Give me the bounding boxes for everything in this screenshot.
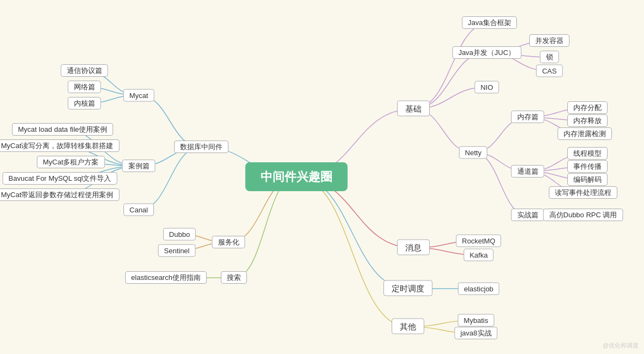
grandchild-wangluo: 网络篇 — [68, 82, 101, 92]
child-sentinel: Sentinel — [158, 247, 196, 255]
branch-dingshi: 定时调度 — [383, 284, 432, 294]
branch-shujuku: 数据库中间件 — [174, 142, 228, 152]
branch-qita: 其他 — [392, 322, 424, 332]
child-nio: NIO — [474, 83, 499, 91]
center-node: 中间件兴趣圈 — [245, 169, 348, 185]
child-netty: Netty — [459, 149, 487, 157]
branch-jichu: 基础 — [397, 104, 430, 114]
grandchild-neicun: 内存篇 — [511, 112, 544, 122]
grandchild-neihe: 内核篇 — [68, 99, 101, 108]
child-dubbo: Dubbo — [163, 230, 196, 239]
child-anli: 案例篇 — [122, 161, 156, 171]
ggchild-neicunfenpei: 内存分配 — [567, 103, 608, 113]
branch-sousuo: 搜索 — [221, 273, 247, 283]
ggchild-bianmajiema: 编码解码 — [567, 175, 608, 185]
branch-fuwuhua: 服务化 — [212, 237, 245, 247]
watermark-text: @优化和调度 — [603, 341, 639, 350]
grandchild-a5: MyCat带返回参数存储过程使用案例 — [0, 190, 119, 200]
ggchild-neicunshifang: 内存释放 — [567, 116, 608, 126]
child-java8: java8实战 — [454, 328, 497, 338]
child-java_jicheng: Java集合框架 — [462, 18, 517, 28]
child-mycat: Mycat — [123, 91, 154, 100]
child-rocketmq: RocketMQ — [456, 237, 501, 245]
child-java_bingfa: Java并发（JUC） — [453, 48, 522, 58]
grandchild-shizhan: 实战篇 — [511, 210, 544, 220]
grandchild-a1: Mycat load data file使用案例 — [12, 125, 113, 135]
grandchild-tongxin: 通信协议篇 — [61, 66, 108, 76]
child-elastic: elasticsearch使用指南 — [125, 273, 207, 283]
child-kafka: Kafka — [463, 251, 493, 259]
grandchild-a3: MyCat多租户方案 — [37, 157, 105, 167]
ggchild-shijianChuanbo: 事件传播 — [567, 162, 608, 172]
ggchild-duxieshijian: 读写事件处理流程 — [549, 188, 617, 198]
child-mybatis: Mybatis — [458, 316, 494, 325]
child-elasticjob: elasticjob — [458, 285, 499, 293]
grandchild-a2: MyCat读写分离，故障转移集群搭建 — [0, 141, 119, 151]
grandchild-a4: Bavucat For MySQL sql文件导入 — [3, 174, 117, 184]
branch-xiaoxi: 消息 — [397, 243, 430, 253]
grandchild-cas: CAS — [536, 67, 563, 75]
grandchild-bingfaqi: 并发容器 — [529, 36, 569, 46]
child-canal: Canal — [123, 206, 154, 214]
ggchild-neicunxielou: 内存泄露检测 — [558, 129, 612, 139]
ggchild-xianchengmoxing: 线程模型 — [567, 149, 608, 158]
grandchild-tongdao: 通道篇 — [511, 167, 544, 176]
ggchild-gaofang: 高仿Dubbo RPC 调用 — [543, 210, 623, 220]
grandchild-suo: 锁 — [540, 52, 559, 62]
